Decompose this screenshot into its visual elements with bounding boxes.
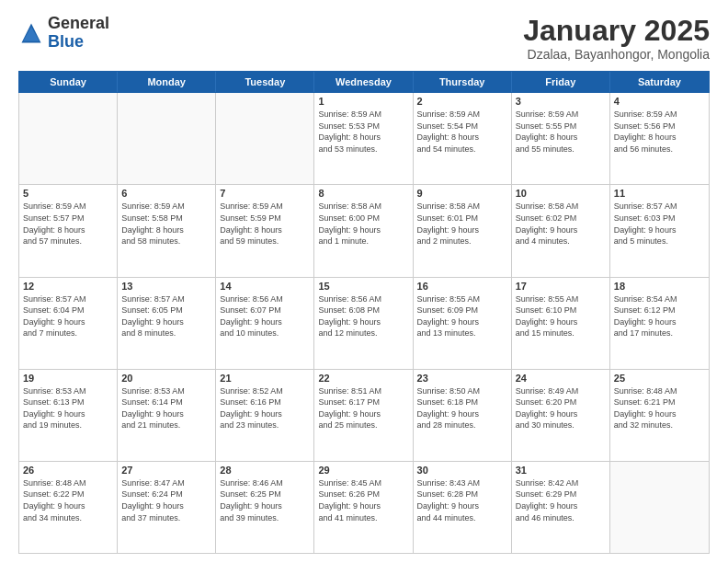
calendar-cell-day-8: 8Sunrise: 8:58 AM Sunset: 6:00 PM Daylig…	[314, 185, 413, 276]
day-number: 7	[220, 188, 310, 199]
logo-text: General Blue	[48, 15, 109, 52]
day-number: 11	[614, 188, 705, 199]
weekday-header-monday: Monday	[118, 72, 216, 92]
weekday-header-wednesday: Wednesday	[314, 72, 413, 92]
cell-sun-info: Sunrise: 8:56 AM Sunset: 6:07 PM Dayligh…	[220, 293, 310, 339]
calendar-cell-day-12: 12Sunrise: 8:57 AM Sunset: 6:04 PM Dayli…	[19, 278, 118, 369]
day-number: 20	[121, 373, 211, 384]
cell-sun-info: Sunrise: 8:59 AM Sunset: 5:56 PM Dayligh…	[614, 109, 705, 155]
cell-sun-info: Sunrise: 8:55 AM Sunset: 6:09 PM Dayligh…	[417, 293, 507, 339]
cell-sun-info: Sunrise: 8:46 AM Sunset: 6:25 PM Dayligh…	[220, 477, 310, 523]
day-number: 31	[516, 465, 606, 476]
calendar-cell-day-6: 6Sunrise: 8:59 AM Sunset: 5:58 PM Daylig…	[118, 185, 216, 276]
calendar-cell-day-17: 17Sunrise: 8:55 AM Sunset: 6:10 PM Dayli…	[512, 278, 610, 369]
calendar-cell-day-26: 26Sunrise: 8:48 AM Sunset: 6:22 PM Dayli…	[19, 462, 118, 553]
day-number: 19	[23, 373, 113, 384]
weekday-header-saturday: Saturday	[610, 72, 709, 92]
cell-sun-info: Sunrise: 8:45 AM Sunset: 6:26 PM Dayligh…	[318, 477, 408, 523]
day-number: 23	[417, 373, 507, 384]
calendar-cell-day-29: 29Sunrise: 8:45 AM Sunset: 6:26 PM Dayli…	[314, 462, 413, 553]
month-title: January 2025	[523, 15, 710, 47]
day-number: 28	[220, 465, 310, 476]
calendar-cell-day-30: 30Sunrise: 8:43 AM Sunset: 6:28 PM Dayli…	[414, 462, 512, 553]
day-number: 13	[121, 281, 211, 292]
day-number: 2	[417, 96, 507, 107]
calendar-cell-day-22: 22Sunrise: 8:51 AM Sunset: 6:17 PM Dayli…	[314, 370, 413, 461]
cell-sun-info: Sunrise: 8:43 AM Sunset: 6:28 PM Dayligh…	[417, 477, 507, 523]
calendar-row-2: 12Sunrise: 8:57 AM Sunset: 6:04 PM Dayli…	[19, 278, 709, 370]
logo-general-text: General	[48, 14, 109, 32]
cell-sun-info: Sunrise: 8:54 AM Sunset: 6:12 PM Dayligh…	[614, 293, 705, 339]
cell-sun-info: Sunrise: 8:53 AM Sunset: 6:13 PM Dayligh…	[23, 385, 113, 431]
cell-sun-info: Sunrise: 8:50 AM Sunset: 6:18 PM Dayligh…	[417, 385, 507, 431]
calendar-cell-empty	[610, 462, 709, 553]
calendar-header: SundayMondayTuesdayWednesdayThursdayFrid…	[18, 71, 710, 93]
cell-sun-info: Sunrise: 8:42 AM Sunset: 6:29 PM Dayligh…	[516, 477, 606, 523]
day-number: 18	[614, 281, 705, 292]
cell-sun-info: Sunrise: 8:57 AM Sunset: 6:05 PM Dayligh…	[121, 293, 211, 339]
cell-sun-info: Sunrise: 8:59 AM Sunset: 5:57 PM Dayligh…	[23, 201, 113, 247]
calendar-cell-day-25: 25Sunrise: 8:48 AM Sunset: 6:21 PM Dayli…	[610, 370, 709, 461]
day-number: 6	[121, 188, 211, 199]
day-number: 29	[318, 465, 408, 476]
calendar-cell-day-28: 28Sunrise: 8:46 AM Sunset: 6:25 PM Dayli…	[216, 462, 314, 553]
calendar-cell-day-31: 31Sunrise: 8:42 AM Sunset: 6:29 PM Dayli…	[512, 462, 610, 553]
cell-sun-info: Sunrise: 8:53 AM Sunset: 6:14 PM Dayligh…	[121, 385, 211, 431]
cell-sun-info: Sunrise: 8:48 AM Sunset: 6:21 PM Dayligh…	[614, 385, 705, 431]
day-number: 21	[220, 373, 310, 384]
cell-sun-info: Sunrise: 8:51 AM Sunset: 6:17 PM Dayligh…	[318, 385, 408, 431]
calendar-cell-day-4: 4Sunrise: 8:59 AM Sunset: 5:56 PM Daylig…	[610, 93, 709, 184]
calendar-cell-day-9: 9Sunrise: 8:58 AM Sunset: 6:01 PM Daylig…	[414, 185, 512, 276]
day-number: 15	[318, 281, 408, 292]
day-number: 8	[318, 188, 408, 199]
day-number: 1	[318, 96, 408, 107]
header: General Blue January 2025 Dzalaa, Bayanh…	[18, 15, 710, 62]
cell-sun-info: Sunrise: 8:59 AM Sunset: 5:53 PM Dayligh…	[318, 109, 408, 155]
location: Dzalaa, Bayanhongor, Mongolia	[523, 47, 710, 62]
cell-sun-info: Sunrise: 8:58 AM Sunset: 6:02 PM Dayligh…	[516, 201, 606, 247]
calendar-cell-day-13: 13Sunrise: 8:57 AM Sunset: 6:05 PM Dayli…	[118, 278, 216, 369]
svg-marker-1	[23, 27, 40, 41]
calendar-cell-day-3: 3Sunrise: 8:59 AM Sunset: 5:55 PM Daylig…	[512, 93, 610, 184]
calendar-row-0: 1Sunrise: 8:59 AM Sunset: 5:53 PM Daylig…	[19, 93, 709, 185]
calendar-cell-day-14: 14Sunrise: 8:56 AM Sunset: 6:07 PM Dayli…	[216, 278, 314, 369]
calendar-cell-day-18: 18Sunrise: 8:54 AM Sunset: 6:12 PM Dayli…	[610, 278, 709, 369]
cell-sun-info: Sunrise: 8:49 AM Sunset: 6:20 PM Dayligh…	[516, 385, 606, 431]
calendar-cell-day-2: 2Sunrise: 8:59 AM Sunset: 5:54 PM Daylig…	[414, 93, 512, 184]
cell-sun-info: Sunrise: 8:58 AM Sunset: 6:00 PM Dayligh…	[318, 201, 408, 247]
cell-sun-info: Sunrise: 8:47 AM Sunset: 6:24 PM Dayligh…	[121, 477, 211, 523]
calendar-cell-empty	[216, 93, 314, 184]
calendar-cell-day-23: 23Sunrise: 8:50 AM Sunset: 6:18 PM Dayli…	[414, 370, 512, 461]
calendar-cell-empty	[19, 93, 118, 184]
cell-sun-info: Sunrise: 8:59 AM Sunset: 5:58 PM Dayligh…	[121, 201, 211, 247]
day-number: 27	[121, 465, 211, 476]
cell-sun-info: Sunrise: 8:57 AM Sunset: 6:04 PM Dayligh…	[23, 293, 113, 339]
calendar-cell-day-5: 5Sunrise: 8:59 AM Sunset: 5:57 PM Daylig…	[19, 185, 118, 276]
calendar-row-1: 5Sunrise: 8:59 AM Sunset: 5:57 PM Daylig…	[19, 185, 709, 277]
day-number: 16	[417, 281, 507, 292]
cell-sun-info: Sunrise: 8:59 AM Sunset: 5:54 PM Dayligh…	[417, 109, 507, 155]
calendar-cell-day-27: 27Sunrise: 8:47 AM Sunset: 6:24 PM Dayli…	[118, 462, 216, 553]
cell-sun-info: Sunrise: 8:52 AM Sunset: 6:16 PM Dayligh…	[220, 385, 310, 431]
cell-sun-info: Sunrise: 8:59 AM Sunset: 5:59 PM Dayligh…	[220, 201, 310, 247]
calendar-cell-day-16: 16Sunrise: 8:55 AM Sunset: 6:09 PM Dayli…	[414, 278, 512, 369]
weekday-header-tuesday: Tuesday	[216, 72, 314, 92]
day-number: 5	[23, 188, 113, 199]
day-number: 22	[318, 373, 408, 384]
day-number: 25	[614, 373, 705, 384]
calendar-body: 1Sunrise: 8:59 AM Sunset: 5:53 PM Daylig…	[18, 93, 710, 554]
calendar-cell-day-10: 10Sunrise: 8:58 AM Sunset: 6:02 PM Dayli…	[512, 185, 610, 276]
weekday-header-thursday: Thursday	[414, 72, 512, 92]
calendar-cell-day-21: 21Sunrise: 8:52 AM Sunset: 6:16 PM Dayli…	[216, 370, 314, 461]
calendar-cell-day-24: 24Sunrise: 8:49 AM Sunset: 6:20 PM Dayli…	[512, 370, 610, 461]
day-number: 3	[516, 96, 606, 107]
day-number: 10	[516, 188, 606, 199]
calendar-cell-empty	[118, 93, 216, 184]
weekday-header-sunday: Sunday	[19, 72, 118, 92]
logo: General Blue	[18, 15, 109, 52]
title-block: January 2025 Dzalaa, Bayanhongor, Mongol…	[523, 15, 710, 62]
day-number: 12	[23, 281, 113, 292]
cell-sun-info: Sunrise: 8:57 AM Sunset: 6:03 PM Dayligh…	[614, 201, 705, 247]
logo-blue-text: Blue	[48, 32, 84, 51]
calendar-cell-day-20: 20Sunrise: 8:53 AM Sunset: 6:14 PM Dayli…	[118, 370, 216, 461]
